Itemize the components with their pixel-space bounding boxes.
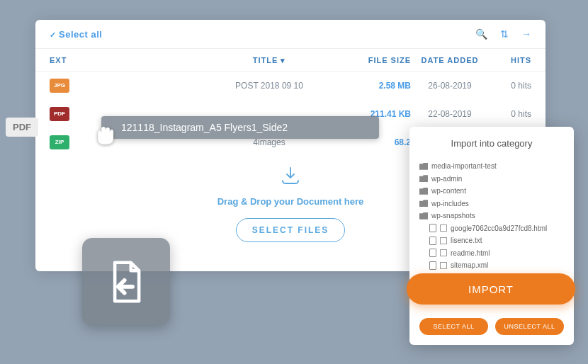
col-ext[interactable]: EXT xyxy=(50,56,191,65)
checkbox[interactable] xyxy=(440,262,447,269)
grab-cursor-icon xyxy=(91,122,116,147)
checkbox[interactable] xyxy=(440,249,447,256)
drag-pdf-tag: PDF xyxy=(6,118,38,137)
folder-icon xyxy=(419,200,428,207)
import-overlay-icon xyxy=(82,238,170,326)
tree-file[interactable]: google7062cc0a9d27fcd8.html xyxy=(429,222,564,235)
folder-tree: media-important-test wp-admin wp-content… xyxy=(419,160,564,284)
drag-tooltip: 121118_Instagram_A5 Flyers1_Side2 xyxy=(101,116,379,139)
file-hits: 0 hits xyxy=(489,109,531,119)
file-title: 4images xyxy=(191,137,347,147)
table-header: EXT TITLE ▾ FILE SIZE DATE ADDED HITS xyxy=(35,49,545,72)
folder-icon xyxy=(419,175,428,182)
tree-folder[interactable]: wp-includes xyxy=(419,198,564,210)
select-all-link[interactable]: Select all xyxy=(50,29,102,40)
file-type-badge: ZIP xyxy=(50,135,69,149)
tree-file[interactable]: sitemap.xml xyxy=(429,259,564,272)
file-hits: 0 hits xyxy=(489,81,531,91)
table-row[interactable]: JPG POST 2018 09 10 2.58 MB 26-08-2019 0… xyxy=(35,72,545,100)
file-type-badge: JPG xyxy=(50,79,69,93)
select-files-button[interactable]: SELECT FILES xyxy=(236,218,346,242)
checkbox[interactable] xyxy=(440,237,447,244)
import-button[interactable]: IMPORT xyxy=(407,273,575,305)
toolbar: Select all 🔍 ⇅ → xyxy=(35,20,545,49)
tree-folder[interactable]: wp-snapshots xyxy=(419,210,564,222)
file-size: 2.58 MB xyxy=(347,81,411,91)
file-date: 26-08-2019 xyxy=(411,81,489,91)
file-date: 22-08-2019 xyxy=(411,109,489,119)
import-panel-title: Import into category xyxy=(419,138,564,149)
folder-icon xyxy=(419,188,428,195)
tree-folder[interactable]: wp-admin xyxy=(419,173,564,186)
folder-icon xyxy=(419,163,428,170)
col-hits[interactable]: HITS xyxy=(489,56,531,65)
tree-file[interactable]: readme.html xyxy=(429,247,564,260)
file-icon xyxy=(429,224,436,232)
file-type-badge: PDF xyxy=(50,107,69,121)
unselect-all-button[interactable]: UNSELECT ALL xyxy=(495,318,564,335)
export-icon[interactable]: → xyxy=(521,28,531,40)
col-size[interactable]: FILE SIZE xyxy=(347,56,411,65)
select-all-button[interactable]: SELECT ALL xyxy=(419,318,488,335)
toolbar-icons: 🔍 ⇅ → xyxy=(475,28,531,40)
search-icon[interactable]: 🔍 xyxy=(475,28,487,40)
tree-file[interactable]: lisence.txt xyxy=(429,234,564,247)
import-panel: Import into category media-important-tes… xyxy=(409,127,574,345)
checkbox[interactable] xyxy=(440,224,447,232)
col-date[interactable]: DATE ADDED xyxy=(411,56,489,65)
tree-folder[interactable]: media-important-test xyxy=(419,160,564,173)
col-title[interactable]: TITLE ▾ xyxy=(191,56,347,65)
file-icon xyxy=(429,249,436,257)
folder-icon xyxy=(419,212,428,220)
tree-folder[interactable]: wp-content xyxy=(419,185,564,198)
file-icon xyxy=(429,261,436,270)
file-size: 68.2 xyxy=(347,137,411,147)
file-title: POST 2018 09 10 xyxy=(191,81,347,91)
file-icon xyxy=(429,237,436,245)
filter-icon[interactable]: ⇅ xyxy=(500,28,509,40)
